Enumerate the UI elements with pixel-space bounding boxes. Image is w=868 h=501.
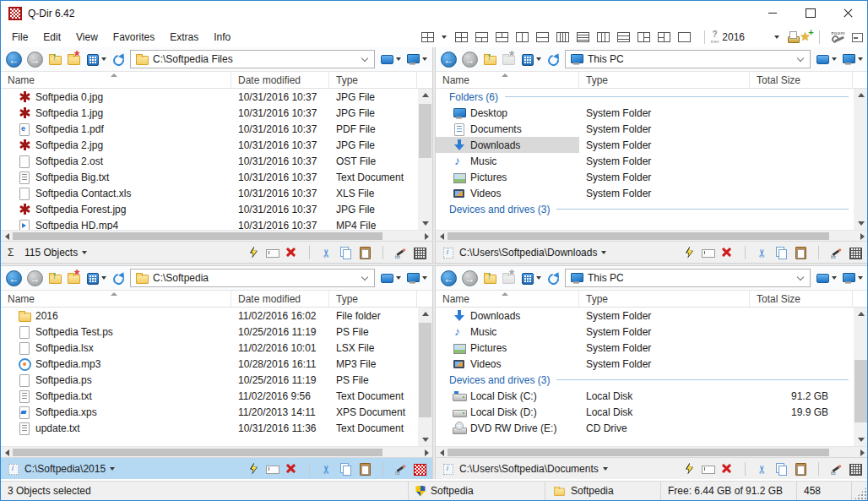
file-row[interactable]: Softpedia Forest.jpg10/31/2016 10:37JPG …: [1, 201, 418, 217]
path-dropdown-icon[interactable]: [601, 251, 606, 254]
layout-three-columns-button[interactable]: [597, 32, 610, 42]
view-mode-button[interactable]: [520, 271, 541, 285]
layout-quad-main-button[interactable]: [421, 32, 434, 42]
view-mode-button[interactable]: [85, 271, 106, 285]
up-folder-button[interactable]: [483, 52, 496, 66]
screen-view-button[interactable]: [816, 52, 837, 66]
edit-icon[interactable]: [830, 246, 844, 259]
address-bar[interactable]: C:\Softpedia: [130, 269, 375, 287]
panes-grid-icon[interactable]: [413, 462, 426, 476]
horizontal-splitter[interactable]: [1, 263, 868, 266]
scroll-down-button[interactable]: [418, 217, 432, 230]
horizontal-scroll-thumb[interactable]: [13, 232, 382, 240]
panes-grid-icon[interactable]: [849, 462, 862, 476]
file-row[interactable]: DownloadsSystem Folder: [436, 308, 854, 324]
vertical-scrollbar[interactable]: [418, 89, 432, 230]
address-bar[interactable]: C:\Softpedia Files: [130, 50, 375, 68]
printer-icon[interactable]: [786, 30, 800, 44]
rename-icon[interactable]: [702, 462, 715, 476]
group-header[interactable]: Devices and drives (3): [436, 201, 854, 217]
new-folder-button[interactable]: [502, 52, 515, 66]
up-folder-button[interactable]: [48, 52, 62, 66]
file-row[interactable]: DesktopSystem Folder: [436, 105, 854, 121]
address-bar[interactable]: This PC: [565, 50, 811, 68]
edit-icon[interactable]: [830, 462, 844, 476]
address-bar[interactable]: This PC: [565, 269, 811, 287]
layout-dropdown-icon[interactable]: [442, 35, 447, 39]
scroll-left-button[interactable]: [1, 447, 13, 458]
up-folder-button[interactable]: [483, 271, 496, 285]
horizontal-scroll-thumb[interactable]: [448, 232, 829, 240]
file-row[interactable]: update.txt10/31/2016 11:36Text Document: [1, 420, 418, 436]
forward-button[interactable]: →: [462, 52, 478, 68]
file-row[interactable]: MusicSystem Folder: [436, 324, 854, 340]
file-row[interactable]: Softpedia.lsx11/02/2016 10:01LSX File: [1, 340, 418, 356]
address-chevron-icon[interactable]: [361, 54, 368, 61]
delete-icon[interactable]: [285, 462, 298, 476]
monitor-view-button[interactable]: [406, 52, 427, 66]
scroll-right-button[interactable]: [420, 231, 432, 242]
menu-favorites[interactable]: Favorites: [106, 28, 162, 46]
horizontal-scrollbar[interactable]: [1, 446, 432, 457]
file-row[interactable]: VideosSystem Folder: [436, 185, 854, 201]
screen-view-button[interactable]: [380, 52, 401, 66]
horizontal-scroll-thumb[interactable]: [448, 449, 829, 456]
path-dropdown-icon[interactable]: [603, 467, 608, 471]
file-row[interactable]: Softpedia Contact.xls10/31/2016 10:37XLS…: [1, 185, 418, 201]
new-folder-button[interactable]: [67, 271, 80, 285]
monitor-view-button[interactable]: [406, 271, 427, 285]
copy-icon[interactable]: [775, 462, 789, 476]
flash-icon[interactable]: [683, 246, 697, 259]
year-dropdown-icon[interactable]: [774, 35, 779, 39]
horizontal-scrollbar[interactable]: [436, 446, 868, 457]
path-dropdown-icon[interactable]: [82, 251, 87, 254]
scroll-up-button[interactable]: [418, 89, 432, 101]
delete-icon[interactable]: [720, 246, 734, 259]
layout-horizontal-split-button[interactable]: [536, 32, 549, 42]
vertical-scrollbar[interactable]: [418, 308, 432, 446]
horizontal-scrollbar[interactable]: [1, 230, 432, 241]
refresh-button[interactable]: [111, 271, 125, 285]
maximize-button[interactable]: [791, 1, 829, 25]
back-button[interactable]: ←: [6, 270, 22, 286]
flash-icon[interactable]: [247, 462, 261, 476]
copy-icon[interactable]: [339, 462, 353, 476]
delete-icon[interactable]: [285, 246, 298, 259]
file-row[interactable]: Softpedia.mp310/28/2016 16:11MP3 File: [1, 356, 418, 372]
file-row[interactable]: Softpedia Big.txt10/31/2016 10:37Text Do…: [1, 169, 418, 185]
paste-icon[interactable]: [794, 462, 807, 476]
year-combo[interactable]: 2016: [722, 31, 779, 43]
cut-icon[interactable]: [321, 246, 334, 259]
vertical-scroll-thumb[interactable]: [419, 323, 431, 417]
layout-stripes-horizontal-button[interactable]: [577, 32, 589, 42]
layout-vertical-split-button[interactable]: [516, 32, 529, 42]
file-row[interactable]: VideosSystem Folder: [436, 356, 854, 372]
mini-window-icon[interactable]: [850, 30, 864, 44]
file-row[interactable]: Softpedia 1.pdf10/31/2016 10:37PDF File: [1, 121, 418, 137]
edit-icon[interactable]: [394, 462, 408, 476]
group-header[interactable]: Devices and drives (3): [436, 372, 854, 388]
scroll-right-button[interactable]: [856, 447, 868, 458]
panes-grid-icon[interactable]: [413, 246, 426, 259]
file-row[interactable]: Softpedia 2.ost10/31/2016 10:37OST File: [1, 153, 418, 169]
refresh-button[interactable]: [546, 271, 560, 285]
rename-icon[interactable]: [702, 246, 715, 259]
monitor-view-button[interactable]: [842, 52, 863, 66]
vertical-scroll-thumb[interactable]: [854, 360, 867, 422]
file-row[interactable]: 201611/02/2016 16:02File folder: [1, 308, 418, 324]
file-row[interactable]: Softpedia.xps11/20/2013 14:11XPS Documen…: [1, 404, 418, 420]
menu-view[interactable]: View: [68, 28, 106, 46]
column-type[interactable]: Type: [329, 291, 417, 307]
scroll-left-button[interactable]: [1, 231, 13, 242]
copy-icon[interactable]: [339, 246, 353, 259]
new-folder-button[interactable]: [502, 271, 515, 285]
scroll-up-button[interactable]: [418, 308, 432, 320]
scroll-up-button[interactable]: [854, 308, 868, 320]
column-date-modified[interactable]: Date modified: [231, 72, 329, 88]
scroll-left-button[interactable]: [436, 447, 448, 458]
layout-quad-button[interactable]: [455, 32, 468, 42]
file-row[interactable]: Softpedia.txt11/02/2016 9:56Text Documen…: [1, 388, 418, 404]
vertical-scroll-thumb[interactable]: [419, 104, 431, 158]
monitor-view-button[interactable]: [842, 271, 863, 285]
screen-view-button[interactable]: [380, 271, 401, 285]
